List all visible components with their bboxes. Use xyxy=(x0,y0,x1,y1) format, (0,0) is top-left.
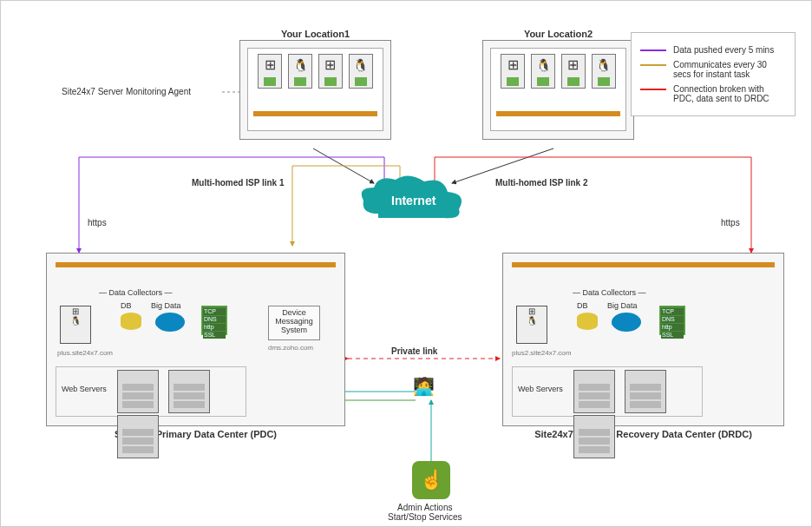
db-icon xyxy=(121,313,141,330)
legend-text: Data pushed every 5 mins xyxy=(673,45,774,55)
rack-icon xyxy=(573,370,615,413)
location1-title: Your Location1 xyxy=(281,29,350,39)
internet-cloud: Internet xyxy=(357,175,469,228)
collector-icon: ⊞🐧 xyxy=(516,306,547,344)
db-label: DB xyxy=(121,301,132,310)
rack-icon xyxy=(117,415,159,458)
legend-line-yellow xyxy=(640,64,666,66)
server-icon xyxy=(258,54,282,89)
location1-box: Your Location1 xyxy=(239,40,391,140)
server-icon xyxy=(349,54,373,89)
private-link-label: Private link xyxy=(391,346,437,356)
drdc-webservers-label: Web Servers xyxy=(518,385,563,393)
collector-icon: ⊞🐧 xyxy=(60,306,91,344)
admin-person-icon: 🧑‍💻 xyxy=(413,376,435,397)
legend-line-purple xyxy=(640,49,666,51)
webservers-label: Web Servers xyxy=(62,385,107,393)
pdc-host: plus.site24x7.com xyxy=(57,349,113,357)
isp2-label: Multi-homed ISP link 2 xyxy=(495,178,588,188)
rack-icon xyxy=(117,370,159,413)
https-left: https xyxy=(88,218,107,227)
rack-icon xyxy=(168,370,210,413)
admin-label: Admin Actions Start/Stop Services xyxy=(388,503,462,522)
server-icon xyxy=(501,54,525,89)
agent-label: Site24x7 Server Monitoring Agent xyxy=(62,87,191,96)
pdc-collectors-label: — Data Collectors — xyxy=(99,288,173,297)
protocol-icon: TCPDNShttpSSL xyxy=(201,306,227,335)
location2-title: Your Location2 xyxy=(524,29,593,39)
legend-text: Connection broken with PDC, data sent to… xyxy=(673,84,786,103)
bigdata-icon xyxy=(612,313,641,332)
internet-label: Internet xyxy=(391,194,435,208)
pdc-box: Site24x7 Primary Data Center (PDC) — Dat… xyxy=(46,253,345,426)
legend-line-red xyxy=(640,89,666,90)
drdc-host: plus2.site24x7.com xyxy=(512,349,571,357)
server-icon xyxy=(318,54,343,89)
bigdata-icon xyxy=(155,313,185,332)
dms-box: Device Messaging System xyxy=(268,306,320,340)
server-icon xyxy=(592,54,616,89)
legend-text: Communicates every 30 secs for instant t… xyxy=(673,60,786,79)
location2-box: Your Location2 xyxy=(482,40,634,140)
legend: Data pushed every 5 mins Communicates ev… xyxy=(631,32,796,116)
drdc-box: Site24x7 Disaster Recovery Data Center (… xyxy=(502,253,784,426)
rack-icon xyxy=(573,415,615,458)
drdc-collectors-label: — Data Collectors — xyxy=(573,288,646,297)
drdc-db-label: DB xyxy=(577,301,588,310)
dms-host: dms.zoho.com xyxy=(268,344,313,352)
https-right: https xyxy=(721,218,740,227)
server-icon xyxy=(561,54,586,89)
db-icon xyxy=(577,313,598,330)
isp1-label: Multi-homed ISP link 1 xyxy=(192,178,285,188)
admin-action-icon: ☝ xyxy=(412,461,450,499)
server-icon xyxy=(531,54,555,89)
protocol-icon: TCPDNShttpSSL xyxy=(659,306,685,335)
rack-icon xyxy=(625,370,666,413)
server-icon xyxy=(288,54,312,89)
